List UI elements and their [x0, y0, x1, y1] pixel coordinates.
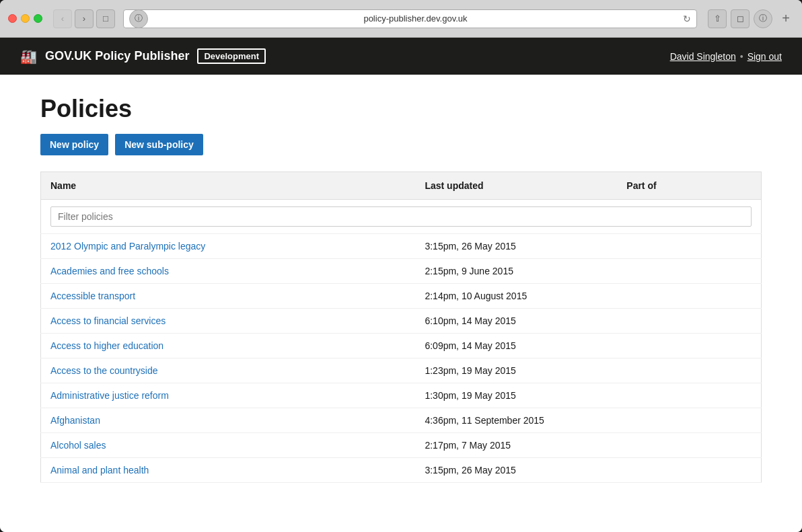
policy-partof-cell [617, 458, 761, 483]
policy-updated-cell: 4:36pm, 11 September 2015 [415, 408, 617, 433]
forward-button[interactable]: › [75, 9, 94, 28]
page-content: 🏭 GOV.UK Policy Publisher Development Da… [0, 38, 802, 532]
govuk-logo-icon: 🏭 [20, 48, 37, 65]
filter-cell [41, 200, 762, 234]
policy-link[interactable]: Administrative justice reform [50, 390, 169, 401]
policy-link[interactable]: Academies and free schools [50, 266, 169, 276]
share-button[interactable]: ⇧ [708, 9, 727, 28]
back-button[interactable]: ‹ [53, 9, 72, 28]
table-row: Alcohol sales2:17pm, 7 May 2015 [41, 433, 762, 458]
browser-toolbar-right: ⇧ ◻ ⓘ [708, 9, 772, 28]
new-policy-button[interactable]: New policy [40, 134, 108, 155]
policy-link[interactable]: Access to financial services [50, 315, 166, 326]
add-tab-button[interactable]: + [778, 11, 794, 27]
info-button[interactable]: ⓘ [754, 9, 772, 28]
policy-link[interactable]: Afghanistan [50, 415, 100, 426]
govuk-header: 🏭 GOV.UK Policy Publisher Development Da… [0, 38, 802, 75]
policy-partof-cell [617, 334, 761, 358]
col-header-partof: Part of [617, 172, 761, 200]
table-row: Animal and plant health3:15pm, 26 May 20… [41, 458, 762, 483]
sign-out-link[interactable]: Sign out [748, 51, 782, 62]
window-controls [8, 14, 42, 23]
policy-name-cell: Accessible transport [41, 284, 416, 309]
table-row: 2012 Olympic and Paralympic legacy3:15pm… [41, 234, 762, 259]
url-display: policy-publisher.dev.gov.uk [153, 13, 678, 24]
policy-partof-cell [617, 358, 761, 383]
policy-updated-cell: 2:15pm, 9 June 2015 [415, 259, 617, 284]
maximize-window-btn[interactable] [34, 14, 42, 23]
action-buttons: New policy New sub-policy [40, 134, 762, 155]
policy-updated-cell: 1:30pm, 19 May 2015 [415, 383, 617, 408]
filter-input[interactable] [50, 206, 752, 227]
sidebar-toggle-button[interactable]: ◻ [731, 9, 750, 28]
header-separator: • [740, 51, 743, 62]
table-row: Accessible transport2:14pm, 10 August 20… [41, 284, 762, 309]
policy-link[interactable]: Alcohol sales [50, 440, 106, 451]
table-row: Administrative justice reform1:30pm, 19 … [41, 383, 762, 408]
main-content: Policies New policy New sub-policy Name … [0, 75, 802, 532]
close-window-btn[interactable] [8, 14, 17, 23]
policy-partof-cell [617, 309, 761, 334]
browser-titlebar: ‹ › □ ⓘ policy-publisher.dev.gov.uk ↻ ⇧ … [0, 0, 802, 38]
new-sub-policy-button[interactable]: New sub-policy [115, 134, 203, 155]
browser-nav-buttons: ‹ › □ [53, 9, 115, 28]
policy-updated-cell: 3:15pm, 26 May 2015 [415, 234, 617, 259]
policy-name-cell: Access to higher education [41, 334, 416, 358]
policy-link[interactable]: Access to the countryside [50, 365, 158, 376]
table-row: Access to higher education6:09pm, 14 May… [41, 334, 762, 358]
policy-updated-cell: 2:14pm, 10 August 2015 [415, 284, 617, 309]
page-title: Policies [40, 95, 762, 123]
policy-name-cell: Alcohol sales [41, 433, 416, 458]
address-bar[interactable]: ⓘ policy-publisher.dev.gov.uk ↻ [123, 9, 697, 28]
table-row: Access to financial services6:10pm, 14 M… [41, 309, 762, 334]
app-title: GOV.UK Policy Publisher [45, 49, 189, 63]
header-right: David Singleton • Sign out [670, 51, 782, 62]
policy-name-cell: Access to the countryside [41, 358, 416, 383]
filter-row [41, 200, 762, 234]
policy-name-cell: Academies and free schools [41, 259, 416, 284]
table-row: Access to the countryside1:23pm, 19 May … [41, 358, 762, 383]
policy-partof-cell [617, 234, 761, 259]
header-left: 🏭 GOV.UK Policy Publisher Development [20, 48, 266, 65]
policy-partof-cell [617, 433, 761, 458]
policy-updated-cell: 3:15pm, 26 May 2015 [415, 458, 617, 483]
policy-link[interactable]: 2012 Olympic and Paralympic legacy [50, 241, 205, 252]
policy-updated-cell: 1:23pm, 19 May 2015 [415, 358, 617, 383]
policy-name-cell: 2012 Olympic and Paralympic legacy [41, 234, 416, 259]
policy-partof-cell [617, 259, 761, 284]
col-header-updated: Last updated [415, 172, 617, 200]
policy-name-cell: Afghanistan [41, 408, 416, 433]
policy-name-cell: Access to financial services [41, 309, 416, 334]
policy-updated-cell: 6:09pm, 14 May 2015 [415, 334, 617, 358]
policy-link[interactable]: Animal and plant health [50, 465, 149, 476]
table-header-row: Name Last updated Part of [41, 172, 762, 200]
tab-view-button[interactable]: □ [96, 9, 115, 28]
user-name-link[interactable]: David Singleton [670, 51, 736, 62]
policy-name-cell: Administrative justice reform [41, 383, 416, 408]
policy-partof-cell [617, 284, 761, 309]
policy-partof-cell [617, 408, 761, 433]
policy-updated-cell: 2:17pm, 7 May 2015 [415, 433, 617, 458]
minimize-window-btn[interactable] [21, 14, 30, 23]
policy-partof-cell [617, 383, 761, 408]
browser-window: ‹ › □ ⓘ policy-publisher.dev.gov.uk ↻ ⇧ … [0, 0, 802, 532]
table-row: Academies and free schools2:15pm, 9 June… [41, 259, 762, 284]
table-row: Afghanistan4:36pm, 11 September 2015 [41, 408, 762, 433]
policy-link[interactable]: Accessible transport [50, 291, 135, 301]
policies-table: Name Last updated Part of 2012 Olympic a… [40, 172, 762, 483]
reload-button[interactable]: ↻ [683, 13, 691, 24]
environment-badge: Development [197, 48, 266, 64]
policy-link[interactable]: Access to higher education [50, 340, 163, 351]
site-info-icon[interactable]: ⓘ [129, 9, 148, 28]
col-header-name: Name [41, 172, 416, 200]
policy-name-cell: Animal and plant health [41, 458, 416, 483]
policy-updated-cell: 6:10pm, 14 May 2015 [415, 309, 617, 334]
